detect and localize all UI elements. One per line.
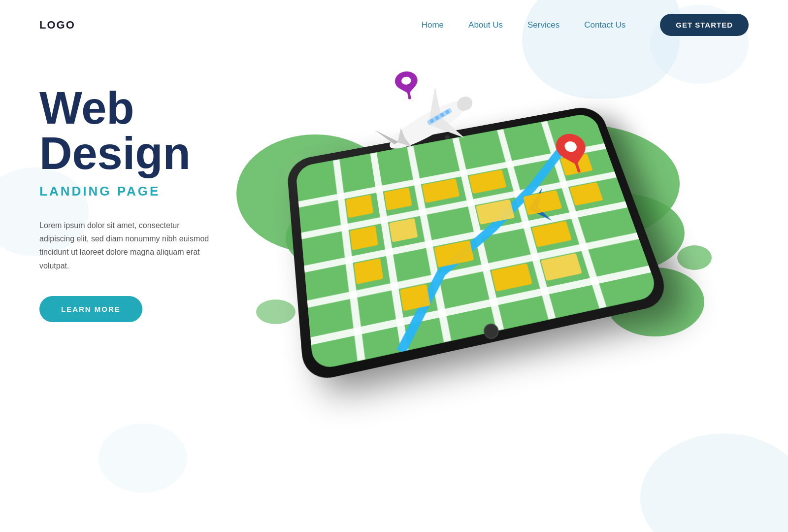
hero-section: Web Design LANDING PAGE Lorem ipsum dolo… bbox=[0, 36, 788, 519]
nav-services[interactable]: Services bbox=[527, 20, 559, 30]
airplane-icon bbox=[364, 80, 492, 169]
hero-left-content: Web Design LANDING PAGE Lorem ipsum dolo… bbox=[39, 66, 246, 322]
hero-description: Lorem ipsum dolor sit amet, consectetur … bbox=[39, 219, 217, 272]
navbar: LOGO Home About Us Services Contact Us G… bbox=[0, 0, 788, 36]
nav-about[interactable]: About Us bbox=[468, 20, 503, 30]
nav-links: Home About Us Services Contact Us GET ST… bbox=[422, 14, 749, 36]
svg-point-9 bbox=[256, 299, 296, 324]
svg-point-8 bbox=[677, 245, 712, 270]
logo: LOGO bbox=[39, 19, 75, 32]
nav-home[interactable]: Home bbox=[422, 20, 444, 30]
nav-contact[interactable]: Contact Us bbox=[584, 20, 625, 30]
get-started-button[interactable]: GET STARTED bbox=[660, 14, 749, 36]
hero-subtitle: LANDING PAGE bbox=[39, 184, 246, 199]
hero-title: Web Design bbox=[39, 85, 246, 176]
learn-more-button[interactable]: LEARN MORE bbox=[39, 296, 142, 322]
hero-illustration bbox=[256, 66, 749, 450]
